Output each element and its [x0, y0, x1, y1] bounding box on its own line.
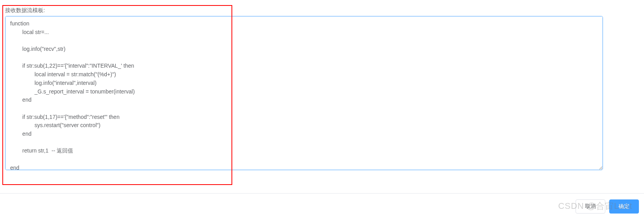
receive-template-label: 接收数据流模板: — [5, 7, 45, 14]
dialog-footer: 取消 确定 — [0, 193, 644, 219]
cancel-button[interactable]: 取消 — [576, 199, 605, 214]
confirm-button[interactable]: 确定 — [609, 199, 639, 214]
receive-template-textarea[interactable] — [5, 16, 603, 170]
